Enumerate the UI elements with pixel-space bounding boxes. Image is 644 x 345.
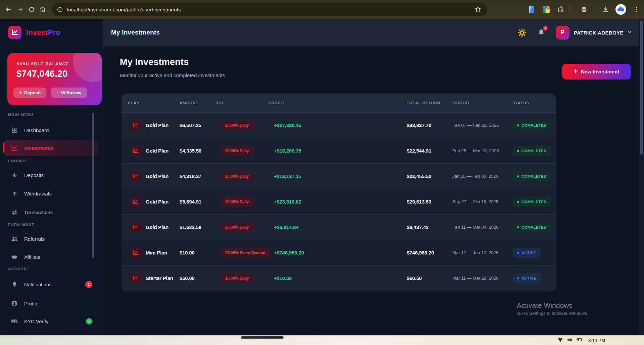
header-title: My Investments bbox=[111, 29, 160, 36]
brand-chart-icon bbox=[8, 26, 21, 39]
roi-badge: 20.00% Daily bbox=[220, 120, 253, 131]
status-badge: COMPLETED bbox=[512, 197, 551, 207]
url-text: localhost/investment.com/public/user/inv… bbox=[67, 7, 181, 12]
status-badge: COMPLETED bbox=[512, 222, 551, 232]
app-header: My Investments 1 P PATRICK ADEBOYE bbox=[103, 19, 644, 46]
clock[interactable]: 8:10 PM bbox=[588, 338, 605, 343]
volume-icon[interactable] bbox=[566, 337, 573, 344]
plan-chart-icon bbox=[130, 247, 141, 258]
taskbar: 8:10 PM bbox=[0, 335, 644, 345]
sidebar-item-deposits[interactable]: Deposits bbox=[4, 168, 98, 182]
table-header-row: PLAN AMOUNT ROI PROFIT TOTAL RETURN PERI… bbox=[122, 94, 555, 112]
profile-person-icon bbox=[11, 300, 18, 307]
browser-profile-avatar[interactable] bbox=[615, 4, 626, 15]
sidebar-item-notifications[interactable]: Notifications 1 bbox=[4, 277, 98, 292]
activate-windows-watermark: Activate Windows Go to Settings to activ… bbox=[517, 301, 588, 316]
roi-badge: 20.00% Daily bbox=[220, 146, 253, 156]
arrow-up-icon bbox=[11, 190, 18, 197]
table-row[interactable]: Starter Plan $50.00 10.00% Daily +$10.50… bbox=[122, 265, 555, 291]
col-plan: PLAN bbox=[128, 101, 180, 105]
status-badge: COMPLETED bbox=[512, 171, 551, 181]
transfer-arrows-icon bbox=[11, 209, 18, 216]
battery-icon[interactable] bbox=[576, 337, 583, 344]
sidebar-item-transactions[interactable]: Transactions bbox=[4, 205, 98, 220]
sidebar-item-dashboard[interactable]: Dashboard bbox=[4, 123, 98, 137]
dashboard-grid-icon bbox=[11, 126, 18, 134]
table-row[interactable]: Gold Plan $4,335.56 20.00% Daily +$18,20… bbox=[122, 138, 555, 163]
plus-icon: + bbox=[19, 90, 22, 95]
url-bar[interactable]: localhost/investment.com/public/user/inv… bbox=[52, 3, 487, 16]
status-badge: COMPLETED bbox=[512, 120, 551, 130]
notifications-count-badge: 1 bbox=[85, 281, 92, 288]
browser-toolbar: localhost/investment.com/public/user/inv… bbox=[0, 0, 644, 19]
sidebar-item-profile[interactable]: Profile bbox=[4, 296, 98, 311]
section-label-earn-more: EARN MORE bbox=[8, 223, 35, 227]
taskbar-handle[interactable] bbox=[241, 336, 284, 339]
bookmark-star-icon[interactable] bbox=[474, 6, 482, 13]
roi-badge: 89.00% Every Second bbox=[220, 247, 270, 258]
notifications-bell-icon[interactable]: 1 bbox=[537, 28, 546, 37]
extensions-puzzle-icon[interactable] bbox=[556, 5, 565, 14]
page-title: My Investments bbox=[120, 57, 189, 67]
extension-colorpicker-icon[interactable] bbox=[542, 5, 550, 14]
page-scrollbar[interactable] bbox=[639, 19, 644, 335]
brand-name: InvestPro bbox=[26, 28, 60, 37]
col-amount: AMOUNT bbox=[180, 101, 215, 105]
deposit-button[interactable]: +Deposit bbox=[13, 88, 46, 98]
table-row[interactable]: Mim Plan $10.00 89.00% Every Second +$74… bbox=[122, 240, 555, 265]
section-label-finance: FINANCE bbox=[8, 159, 28, 163]
table-row[interactable]: Gold Plan $6,507.25 20.00% Daily +$27,33… bbox=[122, 112, 555, 138]
investments-chart-icon bbox=[11, 145, 18, 152]
roi-badge: 10.00% Daily bbox=[220, 273, 253, 284]
user-avatar[interactable]: P bbox=[556, 26, 569, 40]
investments-table: PLAN AMOUNT ROI PROFIT TOTAL RETURN PERI… bbox=[122, 94, 555, 291]
roi-badge: 20.00% Daily bbox=[220, 222, 253, 233]
balance-label: AVAILABLE BALANCE bbox=[16, 62, 102, 66]
sidebar-item-referrals[interactable]: Referrals bbox=[4, 231, 98, 246]
balance-card: AVAILABLE BALANCE $747,046.20 +Deposit ↑… bbox=[7, 53, 102, 105]
home-icon[interactable] bbox=[38, 5, 47, 14]
table-row[interactable]: Gold Plan $4,318.37 20.00% Daily +$18,13… bbox=[122, 163, 555, 189]
col-profit: PROFIT bbox=[268, 101, 407, 105]
page-subtitle: Monitor your active and completed invest… bbox=[120, 72, 225, 78]
screen: localhost/investment.com/public/user/inv… bbox=[0, 0, 644, 345]
id-card-icon bbox=[11, 318, 18, 325]
wifi-icon[interactable] bbox=[557, 337, 563, 344]
plus-icon: + bbox=[574, 67, 578, 75]
extension-doc-icon[interactable] bbox=[527, 5, 536, 14]
site-info-icon[interactable] bbox=[57, 6, 63, 13]
back-icon[interactable] bbox=[3, 5, 13, 14]
sidebar-item-affiliate[interactable]: Affiliate bbox=[4, 249, 98, 264]
chevron-down-icon[interactable] bbox=[627, 29, 633, 36]
sidebar-scrollbar[interactable] bbox=[92, 113, 94, 258]
col-status: STATUS bbox=[512, 101, 555, 105]
reload-icon[interactable] bbox=[27, 5, 36, 14]
theme-sun-icon[interactable] bbox=[517, 28, 527, 37]
arrow-up-icon: ↑ bbox=[56, 90, 59, 95]
plan-chart-icon bbox=[130, 120, 141, 131]
incognito-icon[interactable] bbox=[580, 5, 588, 14]
table-row[interactable]: Gold Plan $1,622.58 20.00% Daily +$6,814… bbox=[122, 214, 555, 240]
main-content: My Investments Monitor your active and c… bbox=[103, 46, 639, 335]
toolbar-separator bbox=[593, 5, 593, 13]
brand[interactable]: InvestPro bbox=[0, 19, 102, 46]
browser-menu-icon[interactable] bbox=[632, 5, 641, 14]
plan-chart-icon bbox=[130, 145, 141, 157]
forward-icon[interactable] bbox=[16, 5, 25, 14]
withdraw-button[interactable]: ↑Withdraw bbox=[51, 88, 87, 98]
arrow-down-icon bbox=[11, 171, 18, 179]
sidebar: InvestPro AVAILABLE BALANCE $747,046.20 … bbox=[0, 19, 102, 335]
status-badge: ACTIVE bbox=[512, 248, 541, 258]
plan-chart-icon bbox=[130, 171, 141, 182]
col-roi: ROI bbox=[215, 101, 268, 105]
table-row[interactable]: Gold Plan $5,694.91 20.00% Daily +$23,91… bbox=[122, 189, 555, 214]
sidebar-item-investments[interactable]: Investments bbox=[4, 140, 98, 156]
plan-chart-icon bbox=[130, 273, 141, 284]
new-investment-button[interactable]: + New Investment bbox=[562, 64, 631, 79]
sidebar-item-kyc-verify[interactable]: KYC Verify bbox=[4, 314, 98, 329]
notification-count-badge: 1 bbox=[542, 25, 548, 31]
toolbar-separator bbox=[569, 5, 570, 13]
sidebar-item-withdrawals[interactable]: Withdrawals bbox=[4, 186, 98, 201]
section-label-account: ACCOUNT bbox=[8, 267, 30, 271]
downloads-icon[interactable] bbox=[601, 5, 610, 14]
